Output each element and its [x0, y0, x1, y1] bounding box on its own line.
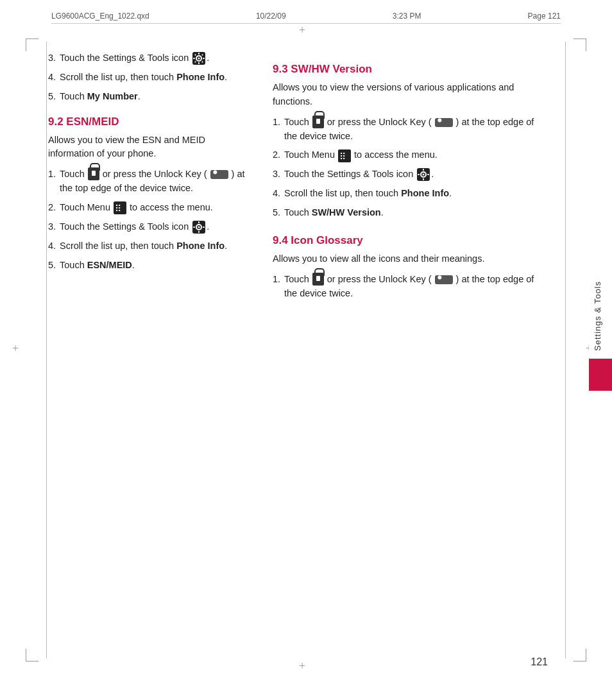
svg-rect-15 — [198, 231, 200, 233]
svg-point-20 — [423, 174, 425, 176]
sw-step-1: 1. Touch or press the Unlock Key ( ) at … — [273, 115, 538, 144]
unlock-key-icon-esn-1 — [210, 170, 228, 179]
esn-step-4: 4. Scroll the list up, then touch Phone … — [48, 239, 247, 253]
sw-phone-info-bold: Phone Info — [401, 188, 449, 198]
esn-step-5-text: Touch ESN/MEID. — [60, 260, 135, 270]
sw-step-1-text: Touch or press the Unlock Key ( ) at the… — [284, 117, 534, 141]
main-content: 3. Touch the Settings & Tools icon — [48, 51, 564, 649]
esn-step-2-text: Touch Menu to access the menu. — [60, 202, 213, 212]
settings-gear-icon-sw — [416, 167, 430, 182]
step-3-text: Touch the Settings & Tools icon — [60, 53, 209, 63]
right-border — [565, 42, 566, 658]
page-header: LG9600ACG_Eng_1022.qxd 10/22/09 3:23 PM … — [51, 12, 561, 24]
my-number-bold: My Number — [87, 91, 138, 101]
page-number: 121 — [531, 656, 548, 668]
esn-step-4-text: Scroll the list up, then touch Phone Inf… — [60, 241, 227, 251]
settings-gear-icon — [192, 51, 206, 65]
icon-steps: 1. Touch or press the Unlock Key ( ) at … — [273, 273, 538, 301]
esn-step-num-5: 5. — [48, 259, 56, 273]
esn-phone-info-bold: Phone Info — [176, 241, 225, 251]
reg-mark-bottom — [301, 663, 311, 673]
header-date: 10/22/09 — [256, 12, 286, 21]
svg-point-2 — [198, 58, 200, 60]
right-column: 9.3 SW/HW Version Allows you to view the… — [266, 51, 564, 649]
sidebar-tab-bar — [589, 359, 612, 391]
esn-step-3-text: Touch the Settings & Tools icon . — [60, 221, 209, 232]
esn-step-num-1: 1. — [48, 167, 56, 182]
svg-rect-14 — [198, 221, 200, 223]
svg-rect-23 — [418, 174, 420, 175]
esn-step-3: 3. Touch the Settings & Tools icon . — [48, 220, 247, 234]
esn-step-2: 2. Touch Menu to access the menu. — [48, 201, 247, 215]
lock-icon-sw-1 — [312, 115, 324, 128]
unlock-key-icon-sw-1 — [435, 118, 453, 127]
step-5-text: Touch My Number. — [60, 91, 140, 101]
corner-mark-br — [574, 649, 586, 662]
menu-icon-esn-2 — [114, 201, 126, 214]
esn-step-num-2: 2. — [48, 201, 56, 215]
step-num-3: 3. — [48, 51, 56, 65]
sw-steps: 1. Touch or press the Unlock Key ( ) at … — [273, 115, 538, 220]
svg-point-13 — [198, 226, 200, 228]
header-time: 3:23 PM — [393, 12, 421, 21]
section-esn-heading: 9.2 ESN/MEID — [48, 115, 247, 128]
lock-icon-icon-1 — [312, 273, 324, 286]
section-icon-heading: 9.4 Icon Glossary — [273, 234, 538, 247]
sw-step-3-text: Touch the Settings & Tools icon . — [284, 169, 434, 179]
esn-step-num-4: 4. — [48, 239, 56, 253]
sw-step-2: 2. Touch Menu to access the menu. — [273, 148, 538, 162]
sw-intro: Allows you to view the versions of vario… — [273, 81, 538, 109]
sw-step-num-5: 5. — [273, 206, 280, 220]
step-num-4: 4. — [48, 71, 56, 85]
sw-step-5: 5. Touch SW/HW Version. — [273, 206, 538, 220]
svg-rect-22 — [423, 178, 424, 180]
sw-step-4: 4. Scroll the list up, then touch Phone … — [273, 187, 538, 201]
corner-mark-tr — [574, 38, 586, 51]
svg-rect-3 — [198, 53, 200, 55]
sw-step-5-text: Touch SW/HW Version. — [284, 207, 384, 218]
svg-rect-24 — [427, 174, 429, 175]
phone-info-bold: Phone Info — [176, 72, 225, 82]
sw-step-3: 3. Touch the Settings & Tools icon . — [273, 167, 538, 182]
icon-step-num-1: 1. — [273, 273, 280, 287]
esn-intro: Allows you to view the ESN and MEID info… — [48, 133, 247, 162]
esn-step-num-3: 3. — [48, 220, 56, 234]
sw-step-num-4: 4. — [273, 187, 280, 201]
step-num-5: 5. — [48, 90, 56, 104]
left-column: 3. Touch the Settings & Tools icon — [48, 51, 266, 649]
continuation-steps: 3. Touch the Settings & Tools icon — [48, 51, 247, 104]
esn-step-5: 5. Touch ESN/MEID. — [48, 259, 247, 273]
icon-step-1-text: Touch or press the Unlock Key ( ) at the… — [284, 274, 534, 298]
svg-rect-16 — [193, 226, 195, 228]
sw-step-4-text: Scroll the list up, then touch Phone Inf… — [284, 188, 452, 198]
reg-mark-left — [14, 345, 24, 355]
esn-step-1: 1. Touch or press the Unlock Key ( ) at … — [48, 167, 247, 196]
reg-mark-top — [301, 27, 311, 37]
step-3-settings: 3. Touch the Settings & Tools icon — [48, 51, 247, 65]
sw-hw-version-bold: SW/HW Version — [312, 207, 381, 218]
icon-intro: Allows you to view all the icons and the… — [273, 252, 538, 266]
esn-steps: 1. Touch or press the Unlock Key ( ) at … — [48, 167, 247, 272]
lock-icon-esn-1 — [88, 167, 99, 180]
header-filename: LG9600ACG_Eng_1022.qxd — [51, 12, 149, 21]
settings-gear-icon-esn — [192, 220, 206, 234]
left-border — [46, 42, 47, 658]
esn-meid-bold: ESN/MEID — [87, 260, 132, 270]
svg-rect-5 — [193, 58, 195, 59]
esn-step-1-text: Touch or press the Unlock Key ( ) at the… — [60, 169, 245, 193]
step-4-phone-info: 4. Scroll the list up, then touch Phone … — [48, 71, 247, 85]
sw-step-num-1: 1. — [273, 115, 280, 130]
menu-icon-sw-2 — [338, 149, 351, 162]
svg-rect-4 — [198, 62, 200, 64]
svg-rect-21 — [423, 169, 424, 171]
icon-step-1: 1. Touch or press the Unlock Key ( ) at … — [273, 273, 538, 301]
sidebar-tab-label: Settings & Tools — [589, 276, 612, 356]
step-4-text: Scroll the list up, then touch Phone Inf… — [60, 72, 227, 82]
unlock-key-icon-icon-1 — [435, 275, 453, 284]
sw-step-num-3: 3. — [273, 167, 280, 182]
corner-mark-bl — [26, 649, 38, 662]
section-sw-heading: 9.3 SW/HW Version — [273, 63, 538, 76]
step-5-my-number: 5. Touch My Number. — [48, 90, 247, 104]
sw-step-2-text: Touch Menu to access the menu. — [284, 149, 438, 160]
sidebar-tab: Settings & Tools — [589, 276, 612, 404]
